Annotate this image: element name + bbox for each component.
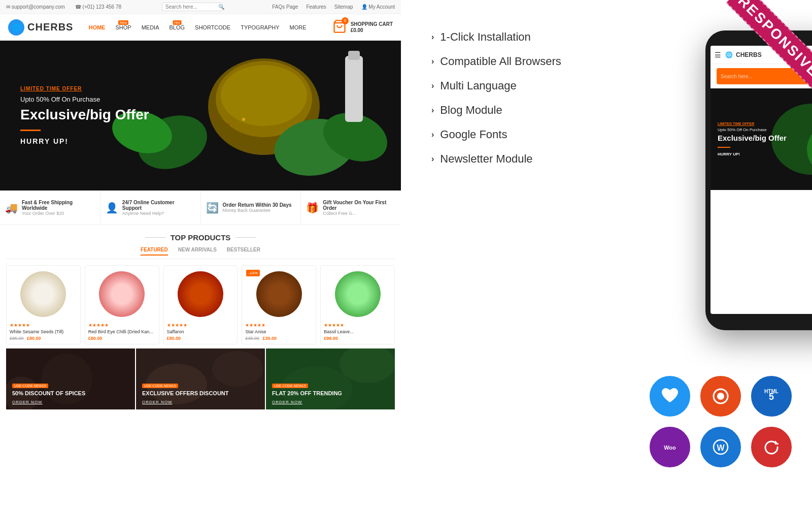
feature-label-5: Google Fonts [440,128,507,141]
hero-content: LIMITED TIME OFFER Upto 50% Off On Purch… [0,86,170,145]
product-card-5[interactable]: ★★★★★ Bassil Leave... £98.00 [320,265,395,344]
nav-shortcode[interactable]: SHORTCODE [190,24,235,30]
product-name-2: Red Bird Eye Chilli (Dried Kan... [88,329,156,334]
features-link[interactable]: Features [306,4,326,10]
chevron-icon-2: › [431,57,434,66]
topbar-phone: ☎ (+01) 123 456 78 [75,4,121,10]
banner-btn-1[interactable]: ORDER NOW [12,400,129,404]
feature-label-6: Newsletter Module [440,152,532,166]
feature-return: 🔄 Order Return Within 30 Days Money Back… [201,190,301,225]
product-stars-4: ★★★★★ [245,323,313,328]
search-icon[interactable]: 🔍 [218,4,224,10]
banner-1[interactable]: USE CODE NEW15 50% DISCOUNT OF SPICES OR… [6,348,135,409]
features-strip: 🚚 Fast & Free Shipping Worldwide Your Or… [0,190,401,225]
svg-text:W: W [717,443,725,452]
product-card-1[interactable]: ★★★★★ White Sesame Seeds (Till) £85.00 £… [6,265,81,344]
product-img-3 [167,269,234,320]
hero-offer-tag: LIMITED TIME OFFER [20,86,149,91]
product-price-5: £98.00 [324,336,391,341]
search-input[interactable] [165,4,216,10]
svg-rect-9 [345,56,363,122]
wordpress-icon: W [710,437,731,457]
banner-title-3: FLAT 20% OFF TRENDING [272,390,389,397]
banner-btn-2[interactable]: ORDER NOW [142,400,259,404]
banner-btn-3[interactable]: ORDER NOW [272,400,389,404]
banner-tag-3: USE CODE NEW15 [272,384,308,388]
heart-icon [660,386,680,406]
chevron-icon-1: › [431,33,434,42]
left-panel: ✉ support@company.com ☎ (+01) 123 456 78… [0,0,401,508]
feature-label-1: 1-Click Installation [440,30,531,44]
product-card-2[interactable]: ★★★★★ Red Bird Eye Chilli (Dried Kan... … [85,265,159,344]
phone-offer-tag: LIMITED TIME OFFER [718,122,787,125]
nav-blog[interactable]: Hot BLOG [164,24,190,30]
chevron-icon-4: › [431,106,434,115]
nav-links: HOME New SHOP MEDIA Hot BLOG SHORTCODE T… [83,24,332,30]
svg-point-4 [221,65,307,126]
svg-text:HTML: HTML [764,389,779,394]
cart-area[interactable]: 0 SHOPPING CART £0.00 [332,19,393,36]
nav-typography[interactable]: TYPOGRAPHY [235,24,284,30]
responsive-ribbon: RESPONSIVE [700,0,812,112]
product-img-inner-4 [256,271,302,317]
tab-bestseller[interactable]: BESTSELLER [227,247,260,256]
icon-refresh [751,427,792,467]
svg-point-11 [212,115,215,118]
product-name-5: Bassil Leave... [324,329,391,334]
feature-shipping-text: Fast & Free Shipping Worldwide Your Orde… [22,200,95,216]
icon-wordpress: W [700,427,741,467]
product-card-4[interactable]: -14% ★★★★★ Star Anise £35.00 £30.00 [242,265,316,344]
chevron-icon-6: › [431,154,434,164]
cart-count: 0 [342,17,349,24]
nav-media[interactable]: MEDIA [137,24,164,30]
feature-voucher: 🎁 Gift Voucher On Your First Order Colle… [301,190,401,225]
phone-hero-content: LIMITED TIME OFFER Upto 50% Off On Purch… [710,122,794,156]
blog-badge: Hot [173,20,181,25]
products-grid: ★★★★★ White Sesame Seeds (Till) £85.00 £… [6,265,395,344]
product-stars-1: ★★★★★ [10,323,77,328]
icon-heart [650,376,690,417]
phone-hurry: HURRY UP! [718,152,787,156]
product-img-inner-5 [335,271,381,317]
tab-featured[interactable]: FEATURED [141,247,168,256]
feature-label-2: Compatible All Browsers [440,55,561,68]
banner-overlay-2: USE CODE NEW15 EXCLUSIVE OFFERS DISCOUNT… [136,348,265,409]
banner-tag-2: USE CODE NEW15 [142,384,178,388]
product-card-3[interactable]: ★★★★★ Saffaron £80.00 [163,265,238,344]
sitemap-link[interactable]: Sitemap [334,4,353,10]
ribbon-label: RESPONSIVE [726,0,812,89]
product-stars-5: ★★★★★ [324,323,391,328]
chevron-icon-5: › [431,130,434,139]
banner-2[interactable]: USE CODE NEW15 EXCLUSIVE OFFERS DISCOUNT… [136,348,265,409]
banner-3[interactable]: USE CODE NEW15 FLAT 20% OFF TRENDING ORD… [266,348,395,409]
navbar: 🌐 CHERBS HOME New SHOP MEDIA Hot BLOG SH… [0,14,401,41]
shop-badge: New [118,20,128,25]
nav-shop[interactable]: New SHOP [110,24,136,30]
myaccount-link[interactable]: 👤 My Account [361,4,395,10]
feature-support-text: 24/7 Online Customer Support Anytime Nee… [122,200,195,216]
product-price-1: £85.00 £80.00 [10,336,77,341]
feature-shipping: 🚚 Fast & Free Shipping Worldwide Your Or… [0,190,100,225]
topbar-email: ✉ support@company.com [6,4,65,10]
product-price-3: £80.00 [167,336,234,341]
nav-more[interactable]: MORE [285,24,312,30]
return-icon: 🔄 [206,202,219,214]
phone-subtitle: Upto 50% Off On Purchase [718,128,787,132]
hero-title: Exclusive/big Offer [20,106,149,123]
feature-voucher-text: Gift Voucher On Your First Order Collect… [323,200,396,216]
product-img-inner-2 [99,271,145,317]
faqs-link[interactable]: FAQs Page [272,4,298,10]
product-img-4 [245,269,313,320]
nav-home[interactable]: HOME [83,24,110,30]
product-tabs: FEATURED NEW ARRIVALS BESTSELLER [6,247,395,259]
icon-magento [700,376,741,417]
topbar: ✉ support@company.com ☎ (+01) 123 456 78… [0,0,401,14]
product-stars-2: ★★★★★ [88,323,156,328]
product-img-1 [10,269,77,320]
product-stars-3: ★★★★★ [167,323,234,328]
banner-title-2: EXCLUSIVE OFFERS DISCOUNT [142,390,259,397]
tab-new-arrivals[interactable]: NEW ARRIVALS [178,247,217,256]
banner-tag-1: USE CODE NEW15 [12,384,48,388]
icon-woo: Woo [650,427,690,467]
hero-subtitle: Upto 50% Off On Purchase [20,96,149,103]
